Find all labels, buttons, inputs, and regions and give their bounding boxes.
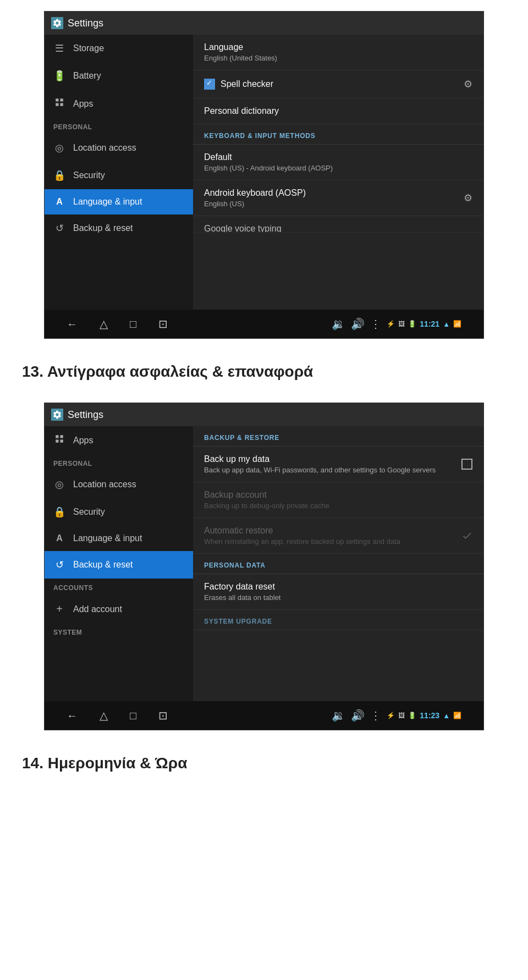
battery-status-icon: 🔋 bbox=[408, 320, 416, 328]
automatic-restore-title: Automatic restore bbox=[204, 526, 400, 536]
screen2-wrapper: Settings Apps PERSONAL ◎ Location access bbox=[0, 392, 528, 741]
spell-checker-checkbox[interactable] bbox=[204, 79, 215, 90]
screenshot-icon-2[interactable]: ⊡ bbox=[158, 709, 168, 722]
apps-icon bbox=[53, 97, 65, 110]
wifi-icon-1: ▲ bbox=[443, 320, 450, 328]
sidebar-item-battery-label: Battery bbox=[73, 71, 101, 81]
battery-icon: 🔋 bbox=[53, 70, 65, 82]
location-icon-2: ◎ bbox=[53, 478, 65, 491]
vol-up-icon[interactable]: 🔊 bbox=[351, 317, 365, 331]
vol-up-icon-2[interactable]: 🔊 bbox=[351, 709, 365, 722]
sidebar-item-battery[interactable]: 🔋 Battery bbox=[45, 62, 193, 90]
title-bar-label-2: Settings bbox=[68, 409, 103, 421]
svg-rect-7 bbox=[61, 440, 63, 443]
sidebar-item-location2[interactable]: ◎ Location access bbox=[45, 471, 193, 498]
caption-2: 14. Ημερομηνία & Ώρα bbox=[0, 741, 528, 789]
system-section-label: SYSTEM bbox=[45, 623, 193, 640]
nav-right-1: 🔉 🔊 ⋮ ⚡ 🖼 🔋 11:21 ▲ 📶 bbox=[332, 317, 461, 331]
svg-rect-4 bbox=[56, 435, 58, 438]
signal-icon-1: 📶 bbox=[453, 320, 461, 328]
lock-icon-2: 🔒 bbox=[53, 506, 65, 518]
personal-section-label-2: PERSONAL bbox=[45, 454, 193, 471]
back-icon-1[interactable]: ← bbox=[67, 318, 78, 331]
svg-rect-2 bbox=[56, 103, 58, 106]
automatic-restore-subtitle: When reinstalling an app, restore backed… bbox=[204, 537, 400, 546]
usb-icon: ⚡ bbox=[387, 320, 395, 328]
sidebar-2: Apps PERSONAL ◎ Location access 🔒 Securi… bbox=[45, 426, 193, 701]
sidebar-item-apps[interactable]: Apps bbox=[45, 90, 193, 118]
sidebar-item-storage[interactable]: ☰ Storage bbox=[45, 35, 193, 62]
time-display-1: 11:21 bbox=[420, 320, 439, 328]
svg-rect-5 bbox=[61, 435, 63, 438]
more-icon-2[interactable]: ⋮ bbox=[370, 709, 381, 722]
lock-icon: 🔒 bbox=[53, 169, 65, 181]
sidebar-item-backup2[interactable]: ↺ Backup & reset bbox=[45, 551, 193, 579]
backup-mydata-checkbox[interactable] bbox=[461, 459, 472, 470]
more-icon-1[interactable]: ⋮ bbox=[370, 317, 381, 331]
android-screen-2: Settings Apps PERSONAL ◎ Location access bbox=[44, 403, 484, 730]
sidebar-item-backup2-label: Backup & reset bbox=[73, 560, 133, 570]
wifi-icon-2: ▲ bbox=[443, 712, 450, 720]
recents-icon-1[interactable]: □ bbox=[130, 318, 136, 331]
sidebar-item-addaccount-label: Add account bbox=[73, 604, 122, 614]
android-keyboard-item[interactable]: Android keyboard (AOSP) English (US) ⚙ bbox=[193, 180, 483, 216]
sidebar-item-location[interactable]: ◎ Location access bbox=[45, 134, 193, 162]
screenshot-icon-1[interactable]: ⊡ bbox=[158, 317, 168, 331]
backup-mydata-item[interactable]: Back up my data Back up app data, Wi-Fi … bbox=[193, 447, 483, 482]
add-account-icon: + bbox=[53, 603, 65, 615]
google-voice-item[interactable]: Google voice typing bbox=[193, 216, 483, 233]
sidebar-item-language2-label: Language & input bbox=[73, 533, 142, 543]
svg-rect-6 bbox=[56, 440, 58, 443]
sidebar-item-apps2[interactable]: Apps bbox=[45, 426, 193, 454]
android-screen-1: Settings ☰ Storage 🔋 Battery Apps bbox=[44, 11, 484, 339]
sidebar-item-backup[interactable]: ↺ Backup & reset bbox=[45, 214, 193, 242]
sidebar-item-apps-label: Apps bbox=[73, 99, 93, 109]
language-subtitle: English (United States) bbox=[204, 54, 472, 62]
backup-account-subtitle: Backing up to debug-only private cache bbox=[204, 502, 472, 510]
language-icon-2: A bbox=[53, 533, 65, 543]
back-icon-2[interactable]: ← bbox=[67, 709, 78, 722]
backup-section-label: BACKUP & RESTORE bbox=[193, 426, 483, 447]
svg-rect-0 bbox=[56, 98, 58, 101]
vol-down-icon[interactable]: 🔉 bbox=[332, 317, 345, 331]
default-subtitle: English (US) - Android keyboard (AOSP) bbox=[204, 164, 472, 172]
sidebar-item-language2[interactable]: A Language & input bbox=[45, 526, 193, 551]
recents-icon-2[interactable]: □ bbox=[130, 709, 136, 722]
factory-reset-item[interactable]: Factory data reset Erases all data on ta… bbox=[193, 574, 483, 610]
settings-app-icon-2 bbox=[51, 409, 63, 421]
default-keyboard-item[interactable]: Default English (US) - Android keyboard … bbox=[193, 145, 483, 180]
title-bar-label-1: Settings bbox=[68, 18, 103, 29]
personal-dict-title: Personal dictionary bbox=[204, 106, 472, 116]
backup-icon-2: ↺ bbox=[53, 559, 65, 571]
signal-icon-2: 📶 bbox=[453, 712, 461, 719]
sidebar-item-location2-label: Location access bbox=[73, 480, 136, 489]
sidebar-item-language[interactable]: A Language & input bbox=[45, 189, 193, 214]
default-title: Default bbox=[204, 152, 472, 162]
personal-data-label: PERSONAL DATA bbox=[193, 554, 483, 574]
sidebar-item-storage-label: Storage bbox=[73, 43, 104, 53]
backup-icon: ↺ bbox=[53, 222, 65, 234]
time-display-2: 11:23 bbox=[420, 711, 439, 720]
svg-rect-3 bbox=[61, 103, 63, 106]
sidebar-item-location-label: Location access bbox=[73, 143, 136, 153]
personal-dict-item[interactable]: Personal dictionary bbox=[193, 98, 483, 124]
caption-1: 13. Αντίγραφα ασφαλείας & επαναφορά bbox=[0, 350, 528, 392]
sidebar-item-security2[interactable]: 🔒 Security bbox=[45, 498, 193, 526]
svg-rect-1 bbox=[61, 98, 63, 101]
title-bar-2: Settings bbox=[45, 403, 483, 426]
title-bar-1: Settings bbox=[45, 12, 483, 35]
sidebar-item-addaccount[interactable]: + Add account bbox=[45, 595, 193, 623]
home-icon-1[interactable]: △ bbox=[100, 317, 108, 331]
sidebar-item-security[interactable]: 🔒 Security bbox=[45, 162, 193, 189]
vol-down-icon-2[interactable]: 🔉 bbox=[332, 709, 345, 722]
spell-checker-settings-icon[interactable]: ⚙ bbox=[464, 78, 472, 90]
android-keyboard-subtitle: English (US) bbox=[204, 200, 306, 208]
battery-status-icon-2: 🔋 bbox=[408, 712, 416, 719]
backup-account-title: Backup account bbox=[204, 490, 472, 500]
android-keyboard-settings-icon[interactable]: ⚙ bbox=[464, 192, 472, 204]
language-item[interactable]: Language English (United States) bbox=[193, 35, 483, 70]
home-icon-2[interactable]: △ bbox=[100, 709, 108, 722]
backup-mydata-title: Back up my data bbox=[204, 454, 436, 464]
system-upgrade-label: SYSTEM UPGRADE bbox=[193, 610, 483, 630]
spell-checker-item[interactable]: Spell checker ⚙ bbox=[193, 70, 483, 98]
